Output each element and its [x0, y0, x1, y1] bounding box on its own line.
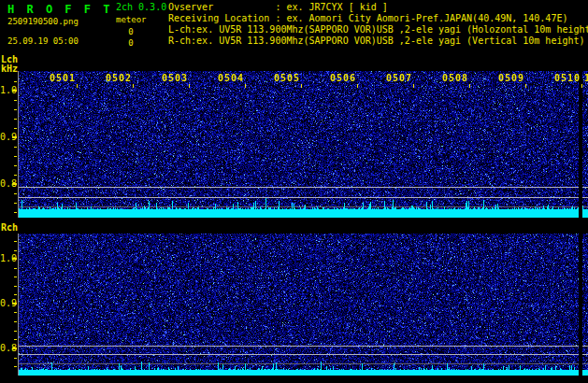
- lch-setup-line: L-ch:ex. UV5R 113.900Mhz(SAPPORO VOR)USB…: [168, 24, 588, 35]
- meteor-count-1: 0: [124, 27, 137, 37]
- rch-minor-tick: [14, 366, 17, 367]
- time-tick: [413, 84, 414, 88]
- time-tick: [133, 84, 134, 88]
- datetime-label: 25.09.19 05:00: [7, 36, 79, 47]
- time-label: 0506: [330, 74, 356, 83]
- lch-minor-tick: [14, 212, 17, 213]
- khz-unit-label: kHz: [1, 64, 18, 74]
- time-tick: [357, 84, 358, 88]
- rch-minor-tick: [14, 250, 17, 251]
- lch-minor-tick: [14, 193, 17, 194]
- time-label: 0509: [498, 74, 524, 83]
- lch-major-tick: [12, 136, 17, 138]
- rch-spectrogram: [19, 234, 588, 376]
- rch-minor-tick: [14, 358, 17, 359]
- lch-spectrogram: [19, 71, 588, 218]
- meteor-count-2: 0: [124, 38, 137, 49]
- time-label-trailing: 10: [584, 74, 588, 83]
- hrofft-screen: H R O F F T 2ch 0.3.0 2509190500.png met…: [0, 0, 588, 383]
- rch-minor-tick: [14, 312, 17, 313]
- app-version: 2ch 0.3.0: [116, 2, 166, 13]
- time-tick: [189, 84, 190, 88]
- time-label: 0502: [106, 74, 132, 83]
- rch-setup-line: R-ch:ex. UV5R 113.900Mhz(SAPPORO VOR)USB…: [168, 35, 588, 47]
- lch-major-tick: [12, 90, 17, 92]
- lch-minor-tick: [14, 203, 17, 204]
- time-label: 0508: [442, 74, 468, 83]
- lch-minor-tick: [14, 81, 17, 82]
- time-label: 0507: [386, 74, 412, 83]
- lch-minor-tick: [14, 128, 17, 129]
- time-label: 0505: [274, 74, 300, 83]
- time-label: 0501: [50, 74, 76, 83]
- time-label: 0503: [162, 74, 188, 83]
- rch-minor-tick: [14, 331, 17, 332]
- rch-major-tick: [12, 303, 17, 305]
- rch-major-tick: [12, 258, 17, 260]
- lch-minor-tick: [14, 165, 17, 166]
- lch-minor-tick: [14, 175, 17, 176]
- app-title: H R O F F T: [7, 3, 112, 16]
- lch-minor-tick: [14, 100, 17, 101]
- rch-minor-tick: [14, 339, 17, 340]
- lch-panel-border: [18, 71, 19, 218]
- lch-minor-tick: [14, 109, 17, 110]
- rch-minor-tick: [14, 268, 17, 269]
- lch-minor-tick: [14, 156, 17, 157]
- time-tick: [581, 84, 582, 88]
- rch-minor-tick: [14, 241, 17, 242]
- time-tick: [525, 84, 526, 88]
- lch-major-tick: [12, 183, 17, 185]
- time-label: 0504: [218, 74, 244, 83]
- time-tick: [469, 84, 470, 88]
- rch-minor-tick: [14, 321, 17, 322]
- lch-minor-tick: [14, 119, 17, 120]
- rch-axis-label: Rch: [1, 223, 18, 233]
- mode-label: meteor: [116, 15, 147, 25]
- time-tick: [245, 84, 246, 88]
- observer-line: Ovserver : ex. JR7CYX [ kid ]: [168, 2, 588, 13]
- rch-panel-border: [18, 234, 19, 376]
- lch-minor-tick: [14, 147, 17, 148]
- rch-minor-tick: [14, 277, 17, 277]
- time-tick: [301, 84, 302, 88]
- rch-minor-tick: [14, 294, 17, 295]
- output-filename: 2509190500.png: [7, 17, 79, 27]
- location-line: Receiving Location : ex. Aomori City Aom…: [168, 13, 588, 24]
- station-info-block: Ovserver : ex. JR7CYX [ kid ] Receiving …: [168, 2, 588, 47]
- time-tick: [77, 84, 78, 88]
- time-label: 0510: [554, 74, 581, 83]
- rch-minor-tick: [14, 286, 17, 287]
- rch-major-tick: [12, 348, 17, 349]
